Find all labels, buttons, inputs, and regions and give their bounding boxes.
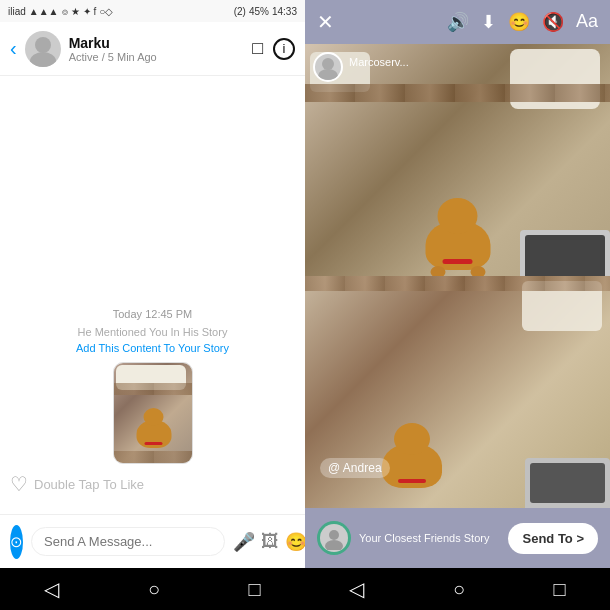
wifi-icon: ⌾	[62, 6, 68, 17]
svg-point-4	[329, 530, 339, 540]
right-panel: ✕ 🔊 ⬇ 😊 🔇 Aa	[305, 0, 610, 610]
heart-status-icon: ○◇	[99, 6, 113, 17]
mute-icon[interactable]: 🔇	[542, 11, 564, 33]
left-panel: iliad ▲▲▲ ⌾ ★ ✦ f ○◇ (2) 45% 14:33 ‹ Mar…	[0, 0, 305, 610]
story-close-button[interactable]: ✕	[317, 10, 334, 34]
info-icon[interactable]: i	[273, 38, 295, 60]
add-to-story-link[interactable]: Add This Content To Your Story	[10, 342, 295, 354]
video-call-icon[interactable]: □	[252, 38, 263, 60]
bottom-nav-right: ◁ ○ □	[305, 568, 610, 610]
friend-avatar-inner	[320, 524, 348, 552]
nav-square-right-icon[interactable]: □	[554, 578, 566, 601]
blanket-bottom-strip	[305, 276, 610, 291]
chat-header: ‹ Marku Active / 5 Min Ago □ i	[0, 22, 305, 76]
story-content: Marcoserv...	[305, 44, 610, 508]
svg-point-0	[35, 37, 51, 53]
nav-home-icon[interactable]: ○	[148, 578, 160, 601]
bottom-nav-left: ◁ ○ □	[0, 568, 305, 610]
story-bottom-bar: Your Closest Friends Story Send To >	[305, 508, 610, 568]
svg-point-2	[322, 58, 334, 70]
story-username: Marcoserv...	[349, 56, 409, 68]
andrea-mention-tag[interactable]: @ Andrea	[320, 458, 390, 478]
header-info: Marku Active / 5 Min Ago	[69, 35, 244, 63]
camera-button[interactable]: ⊙	[10, 525, 23, 559]
nav-back-right-icon[interactable]: ◁	[349, 577, 364, 601]
story-avatar	[313, 52, 343, 82]
story-header: ✕ 🔊 ⬇ 😊 🔇 Aa	[305, 0, 610, 44]
user-avatar	[25, 31, 61, 67]
dog-figure	[136, 420, 171, 448]
blanket-top	[114, 383, 193, 395]
sticker-icon[interactable]: 😊	[285, 531, 307, 553]
svg-point-5	[325, 540, 343, 550]
header-icons: □ i	[252, 38, 295, 60]
carrier-text: iliad	[8, 6, 26, 17]
nav-square-icon[interactable]: □	[249, 578, 261, 601]
friend-avatar	[317, 521, 351, 555]
laptop-shape-bottom	[525, 458, 610, 508]
download-icon[interactable]: ⬇	[481, 11, 496, 33]
volume-icon[interactable]: 🔊	[447, 11, 469, 33]
story-header-left: ✕	[317, 10, 334, 34]
send-to-button[interactable]: Send To >	[508, 523, 598, 554]
message-timestamp: Today 12:45 PM	[10, 308, 295, 320]
double-tap-label: Double Tap To Like	[34, 477, 144, 492]
camera-icon: ⊙	[10, 533, 23, 551]
message-input-bar: ⊙ 🎤 🖼 😊	[0, 514, 305, 568]
time-text: 14:33	[272, 6, 297, 17]
status-left: iliad ▲▲▲ ⌾ ★ ✦ f ○◇	[8, 6, 113, 17]
face-effect-icon[interactable]: 😊	[508, 11, 530, 33]
signal-icon: ▲▲▲	[29, 6, 59, 17]
dog-bottom	[382, 443, 442, 488]
friend-story-label: Your Closest Friends Story	[359, 532, 489, 544]
gallery-icon[interactable]: 🖼	[261, 531, 279, 552]
story-card-image	[114, 363, 193, 463]
input-icons: 🎤 🖼 😊	[233, 531, 307, 553]
story-card-thumbnail[interactable]	[113, 362, 193, 464]
status-right: (2) 45% 14:33	[234, 6, 297, 17]
facebook-icon: f	[94, 6, 97, 17]
svg-point-3	[318, 69, 338, 80]
user-status: Active / 5 Min Ago	[69, 51, 244, 63]
heart-icon[interactable]: ♡	[10, 472, 28, 496]
story-photo-bottom: @ Andrea	[305, 276, 610, 508]
friend-story-section: Your Closest Friends Story	[317, 521, 489, 555]
nav-home-right-icon[interactable]: ○	[453, 578, 465, 601]
chat-body: Today 12:45 PM He Mentioned You In His S…	[0, 76, 305, 514]
dog-top	[425, 220, 490, 270]
back-button[interactable]: ‹	[10, 37, 17, 60]
story-collage: Marcoserv...	[305, 44, 610, 508]
mic-icon[interactable]: 🎤	[233, 531, 255, 553]
battery-text: 45%	[249, 6, 269, 17]
mention-notice: He Mentioned You In His Story	[10, 326, 295, 338]
blanket-bottom	[114, 451, 193, 463]
blanket-stripe-top	[305, 84, 610, 102]
font-icon[interactable]: Aa	[576, 11, 598, 33]
username: Marku	[69, 35, 244, 51]
double-tap-area[interactable]: ♡ Double Tap To Like	[10, 472, 295, 496]
story-action-icons: 🔊 ⬇ 😊 🔇 Aa	[447, 11, 598, 33]
message-input[interactable]	[31, 527, 225, 556]
bluetooth-icon: ✦	[83, 6, 91, 17]
svg-point-1	[30, 52, 56, 67]
nav-back-icon[interactable]: ◁	[44, 577, 59, 601]
notification-count: (2)	[234, 6, 246, 17]
status-bar: iliad ▲▲▲ ⌾ ★ ✦ f ○◇ (2) 45% 14:33	[0, 0, 305, 22]
story-photo-top: Marcoserv...	[305, 44, 610, 285]
star-icon: ★	[71, 6, 80, 17]
